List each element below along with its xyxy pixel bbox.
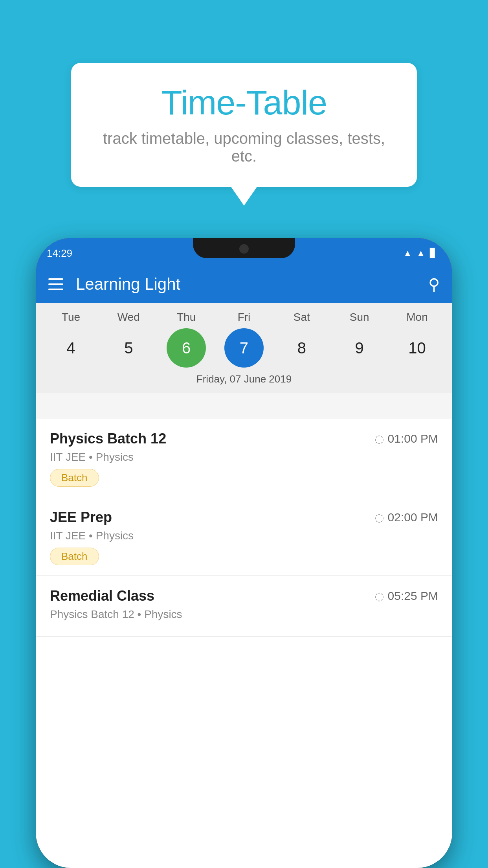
tooltip-title: Time-Table	[95, 83, 393, 123]
date-4[interactable]: 4	[51, 328, 90, 368]
class-subtitle-3: Physics Batch 12 • Physics	[50, 608, 438, 621]
class-name-1: Physics Batch 12	[50, 430, 166, 447]
front-camera	[239, 244, 249, 254]
phone-notch	[193, 238, 295, 258]
class-item-1[interactable]: Physics Batch 12 ◌ 01:00 PM IIT JEE • Ph…	[36, 419, 452, 497]
date-8[interactable]: 8	[282, 328, 321, 368]
class-subtitle-1: IIT JEE • Physics	[50, 451, 438, 463]
class-time-value-1: 01:00 PM	[388, 432, 438, 445]
class-time-value-2: 02:00 PM	[388, 511, 438, 524]
clock-icon-2: ◌	[374, 511, 384, 524]
phone-frame: 14:29 ▲ ▲ ▊ Learning Light ⚲ Tue Wed Thu	[36, 238, 452, 868]
status-icons: ▲ ▲ ▊	[403, 248, 437, 258]
class-list: Physics Batch 12 ◌ 01:00 PM IIT JEE • Ph…	[36, 419, 452, 868]
class-item-1-header: Physics Batch 12 ◌ 01:00 PM	[50, 430, 438, 447]
class-time-3: ◌ 05:25 PM	[374, 589, 438, 603]
day-sun: Sun	[340, 311, 379, 324]
app-bar: Learning Light ⚲	[36, 265, 452, 303]
day-tue: Tue	[51, 311, 90, 324]
date-6-today[interactable]: 6	[167, 328, 206, 368]
tooltip-card: Time-Table track timetable, upcoming cla…	[71, 63, 417, 187]
menu-icon[interactable]	[48, 278, 63, 290]
class-time-value-3: 05:25 PM	[388, 589, 438, 603]
class-time-2: ◌ 02:00 PM	[374, 511, 438, 524]
selected-date-label: Friday, 07 June 2019	[36, 373, 452, 389]
signal-icon: ▲	[416, 248, 425, 258]
class-subtitle-2: IIT JEE • Physics	[50, 530, 438, 542]
day-thu: Thu	[167, 311, 206, 324]
day-mon: Mon	[397, 311, 437, 324]
day-sat: Sat	[282, 311, 321, 324]
status-time: 14:29	[47, 247, 72, 259]
date-7-selected[interactable]: 7	[224, 328, 264, 368]
battery-icon: ▊	[430, 248, 437, 258]
class-name-2: JEE Prep	[50, 509, 112, 526]
wifi-icon: ▲	[403, 248, 412, 258]
day-fri: Fri	[224, 311, 264, 324]
date-10[interactable]: 10	[397, 328, 437, 368]
batch-badge-2: Batch	[50, 548, 99, 565]
class-item-2-header: JEE Prep ◌ 02:00 PM	[50, 509, 438, 526]
calendar-days-header: Tue Wed Thu Fri Sat Sun Mon	[36, 311, 452, 324]
class-time-1: ◌ 01:00 PM	[374, 432, 438, 445]
app-bar-title: Learning Light	[76, 275, 428, 294]
clock-icon-1: ◌	[374, 432, 384, 445]
class-name-3: Remedial Class	[50, 588, 154, 604]
clock-icon-3: ◌	[374, 590, 384, 603]
tooltip-subtitle: track timetable, upcoming classes, tests…	[95, 130, 393, 165]
search-icon[interactable]: ⚲	[428, 275, 440, 293]
day-wed: Wed	[109, 311, 148, 324]
batch-badge-1: Batch	[50, 469, 99, 487]
calendar-section: Tue Wed Thu Fri Sat Sun Mon 4 5 6 7 8 9 …	[36, 303, 452, 393]
date-9[interactable]: 9	[340, 328, 379, 368]
phone-screen: 14:29 ▲ ▲ ▊ Learning Light ⚲ Tue Wed Thu	[36, 238, 452, 868]
calendar-dates: 4 5 6 7 8 9 10	[36, 328, 452, 368]
date-5[interactable]: 5	[109, 328, 148, 368]
class-item-2[interactable]: JEE Prep ◌ 02:00 PM IIT JEE • Physics Ba…	[36, 497, 452, 576]
class-item-3-header: Remedial Class ◌ 05:25 PM	[50, 588, 438, 604]
class-item-3[interactable]: Remedial Class ◌ 05:25 PM Physics Batch …	[36, 576, 452, 637]
